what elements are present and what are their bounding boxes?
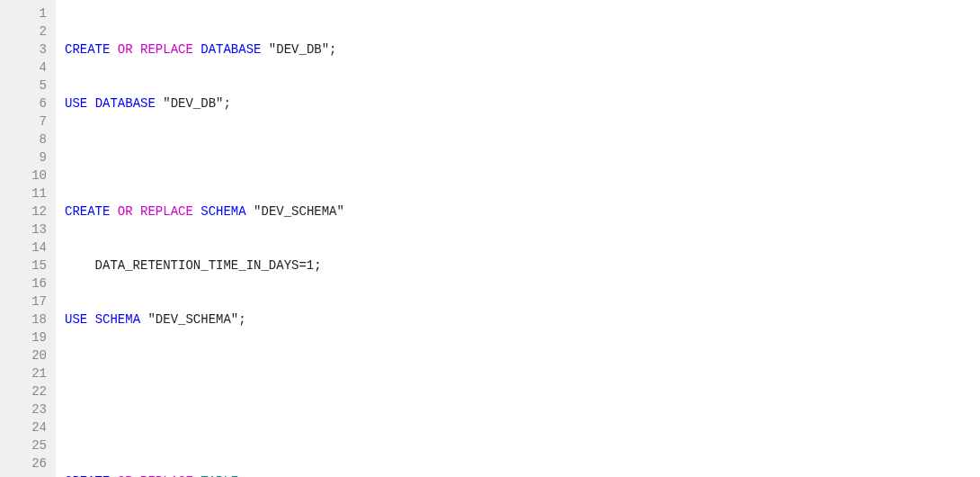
line-number: 10 bbox=[18, 166, 47, 184]
line-number: 23 bbox=[18, 400, 47, 418]
line-number: 11 bbox=[18, 184, 47, 202]
line-number: 5 bbox=[18, 76, 47, 94]
line-number: 12 bbox=[18, 202, 47, 220]
code-line[interactable]: USE SCHEMA "DEV_SCHEMA"; bbox=[65, 310, 775, 328]
line-number: 4 bbox=[18, 58, 47, 76]
line-number: 24 bbox=[18, 418, 47, 436]
line-number: 2 bbox=[18, 22, 47, 40]
line-number: 7 bbox=[18, 112, 47, 130]
line-number: 15 bbox=[18, 256, 47, 274]
code-area[interactable]: CREATE OR REPLACE DATABASE "DEV_DB"; USE… bbox=[56, 0, 775, 477]
line-number: 3 bbox=[18, 40, 47, 58]
line-number-gutter: 1 2 3 4 5 6 7 8 9 10 11 12 13 14 15 16 1… bbox=[0, 0, 56, 477]
line-number: 18 bbox=[18, 310, 47, 328]
line-number: 19 bbox=[18, 328, 47, 346]
code-line[interactable] bbox=[65, 148, 775, 166]
line-number: 26 bbox=[18, 454, 47, 472]
line-number: 13 bbox=[18, 220, 47, 238]
line-number: 6 bbox=[18, 94, 47, 112]
code-line[interactable] bbox=[65, 364, 775, 382]
line-number: 25 bbox=[18, 436, 47, 454]
line-number: 22 bbox=[18, 382, 47, 400]
code-editor[interactable]: 1 2 3 4 5 6 7 8 9 10 11 12 13 14 15 16 1… bbox=[0, 0, 980, 477]
code-line[interactable] bbox=[65, 418, 775, 436]
line-number: 21 bbox=[18, 364, 47, 382]
code-line[interactable]: USE DATABASE "DEV_DB"; bbox=[65, 94, 775, 112]
code-line[interactable]: CREATE OR REPLACE TABLE bbox=[65, 472, 775, 477]
code-line[interactable]: CREATE OR REPLACE SCHEMA "DEV_SCHEMA" bbox=[65, 202, 775, 220]
line-number: 16 bbox=[18, 274, 47, 292]
line-number: 14 bbox=[18, 238, 47, 256]
code-line[interactable]: CREATE OR REPLACE DATABASE "DEV_DB"; bbox=[65, 40, 775, 58]
line-number: 17 bbox=[18, 292, 47, 310]
code-line[interactable]: DATA_RETENTION_TIME_IN_DAYS=1; bbox=[65, 256, 775, 274]
line-number: 8 bbox=[18, 130, 47, 148]
line-number: 9 bbox=[18, 148, 47, 166]
line-number: 1 bbox=[18, 4, 47, 22]
line-number: 20 bbox=[18, 346, 47, 364]
